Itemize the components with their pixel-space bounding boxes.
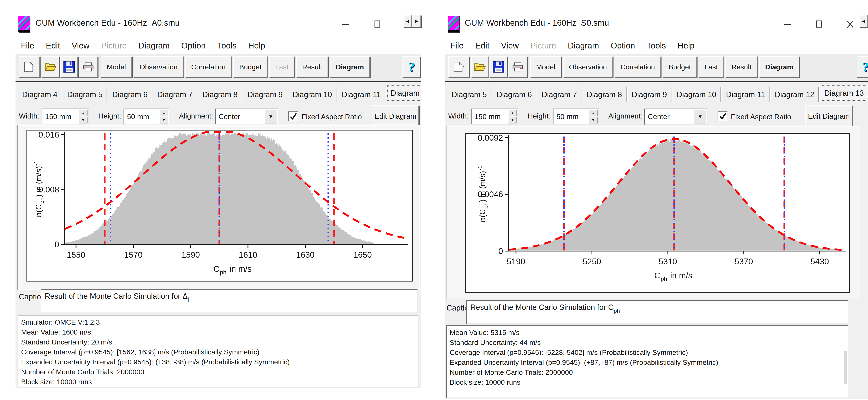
menu-tools[interactable]: Tools [647, 41, 666, 50]
menu-file[interactable]: File [450, 41, 464, 50]
spin-down-icon[interactable]: ▼ [79, 117, 88, 123]
print-button[interactable] [79, 56, 98, 78]
new-document-button[interactable] [448, 56, 469, 78]
menu-tools[interactable]: Tools [217, 41, 237, 50]
check-icon [719, 113, 727, 121]
toolbar-button-result[interactable]: Result [296, 56, 328, 78]
chevron-down-icon[interactable]: ▼ [265, 110, 277, 123]
width-spinner[interactable]: 150 mm ▲▼ [471, 109, 518, 125]
caption-input[interactable]: Result of the Monte Carlo Simulation for… [41, 289, 418, 312]
tab-diagram-8[interactable]: Diagram 8 [582, 87, 626, 102]
chevron-down-icon[interactable]: ▼ [694, 110, 706, 123]
tab-diagram-12[interactable]: Diagram 12 [386, 84, 421, 102]
tab-diagram-10[interactable]: Diagram 10 [672, 87, 721, 102]
spin-down-icon[interactable]: ▼ [159, 117, 168, 123]
fixed-aspect-label: Fixed Aspect Ratio [731, 113, 791, 121]
menu-edit[interactable]: Edit [475, 41, 489, 50]
result-line: Expanded Uncertainty Interval (p=0.9545)… [450, 357, 845, 367]
fixed-aspect-checkbox[interactable] [288, 111, 298, 121]
toolbar-button-result[interactable]: Result [725, 56, 757, 78]
menu-option[interactable]: Option [611, 41, 635, 50]
toolbar-button-observation[interactable]: Observation [134, 56, 184, 78]
result-line: Standard Uncertainty: 44 m/s [450, 338, 845, 347]
close-button[interactable] [843, 17, 858, 31]
minimize-button[interactable] [338, 17, 353, 31]
tab-diagram-5[interactable]: Diagram 5 [63, 87, 107, 102]
toolbar-button-diagram[interactable]: Diagram [330, 56, 370, 78]
toolbar-button-budget[interactable]: Budget [662, 56, 697, 78]
menu-help[interactable]: Help [677, 41, 694, 50]
toolbar-button-budget[interactable]: Budget [233, 56, 268, 78]
open-file-button[interactable] [41, 56, 59, 78]
toolbar-button-diagram[interactable]: Diagram [759, 56, 799, 78]
tab-diagram-8[interactable]: Diagram 8 [198, 87, 242, 102]
spin-up-icon[interactable]: ▲ [159, 110, 168, 116]
toolbar-button-observation[interactable]: Observation [563, 56, 613, 78]
tab-scroll-left-button[interactable]: ◄ [403, 15, 412, 27]
alignment-label: Alignment: [179, 112, 213, 120]
alignment-value: Center [648, 113, 670, 121]
spin-up-icon[interactable]: ▲ [79, 110, 88, 116]
toolbar-button-correlation[interactable]: Correlation [615, 56, 661, 78]
diagram-chart-box [465, 133, 850, 293]
caption-text: Result of the Monte Carlo Simulation for… [470, 303, 614, 312]
menu-diagram[interactable]: Diagram [568, 41, 599, 50]
tab-diagram-12[interactable]: Diagram 12 [770, 87, 819, 102]
toolbar-button-last[interactable]: Last [699, 56, 724, 78]
save-button[interactable] [490, 56, 507, 78]
tab-scroll-right-button[interactable]: ► [412, 15, 421, 27]
tab-diagram-6[interactable]: Diagram 6 [107, 87, 152, 102]
menu-help[interactable]: Help [248, 41, 265, 50]
spin-up-icon[interactable]: ▲ [508, 110, 517, 116]
diagram-controls-row: Width: 150 mm ▲▼ Height: 50 mm ▲▼ Alignm… [445, 104, 868, 128]
print-button[interactable] [508, 56, 527, 78]
tab-diagram-9[interactable]: Diagram 9 [627, 87, 672, 102]
tab-diagram-11[interactable]: Diagram 11 [337, 87, 385, 102]
minimize-button[interactable] [780, 17, 795, 31]
tab-diagram-11[interactable]: Diagram 11 [721, 87, 770, 102]
toolbar-button-model[interactable]: Model [530, 56, 561, 78]
open-file-button[interactable] [471, 56, 489, 78]
tab-diagram-10[interactable]: Diagram 10 [288, 87, 336, 102]
spin-down-icon[interactable]: ▼ [589, 117, 597, 123]
tab-scroll-left-button[interactable]: ◄ [859, 15, 868, 27]
alignment-dropdown[interactable]: Center ▼ [644, 109, 708, 125]
menu-edit[interactable]: Edit [46, 41, 60, 50]
alignment-dropdown[interactable]: Center ▼ [215, 109, 278, 125]
tab-diagram-7[interactable]: Diagram 7 [153, 87, 197, 102]
width-spinner[interactable]: 150 mm ▲▼ [41, 109, 89, 125]
menu-view[interactable]: View [71, 41, 89, 50]
window-title: GUM Workbench Edu - 160Hz_S0.smu [465, 18, 609, 28]
menu-view[interactable]: View [501, 41, 519, 50]
menu-file[interactable]: File [21, 41, 34, 50]
width-label: Width: [448, 112, 469, 120]
scrollbar[interactable] [844, 351, 847, 384]
help-button[interactable]: ? [402, 56, 420, 78]
spin-down-icon[interactable]: ▼ [508, 117, 517, 123]
menu-option[interactable]: Option [181, 41, 206, 50]
help-button[interactable]: ? [857, 56, 868, 78]
tab-diagram-6[interactable]: Diagram 6 [492, 87, 536, 102]
height-spinner[interactable]: 50 mm ▲▼ [124, 109, 169, 125]
height-spinner[interactable]: 50 mm ▲▼ [553, 109, 599, 125]
save-button[interactable] [60, 56, 78, 78]
toolbar-button-model[interactable]: Model [101, 56, 132, 78]
fixed-aspect-checkbox[interactable] [718, 111, 727, 121]
alignment-value: Center [218, 113, 240, 121]
tab-diagram-5[interactable]: Diagram 5 [447, 87, 491, 102]
tab-diagram-7[interactable]: Diagram 7 [537, 87, 582, 102]
caption-input[interactable]: Result of the Monte Carlo Simulation for… [466, 301, 848, 324]
new-document-button[interactable] [19, 56, 40, 78]
width-label: Width: [19, 112, 39, 120]
maximize-button[interactable] [370, 17, 385, 31]
tab-diagram-9[interactable]: Diagram 9 [243, 87, 287, 102]
tab-diagram-4[interactable]: Diagram 4 [18, 87, 62, 102]
edit-diagram-button[interactable]: Edit Diagram [805, 105, 852, 127]
menu-diagram[interactable]: Diagram [138, 41, 170, 50]
edit-diagram-button[interactable]: Edit Diagram [372, 105, 419, 127]
tab-diagram-13[interactable]: Diagram 13 [819, 84, 868, 102]
caption-subscript: ph [614, 308, 620, 314]
toolbar-button-correlation[interactable]: Correlation [185, 56, 231, 78]
maximize-button[interactable] [812, 17, 827, 31]
spin-up-icon[interactable]: ▲ [589, 110, 597, 116]
